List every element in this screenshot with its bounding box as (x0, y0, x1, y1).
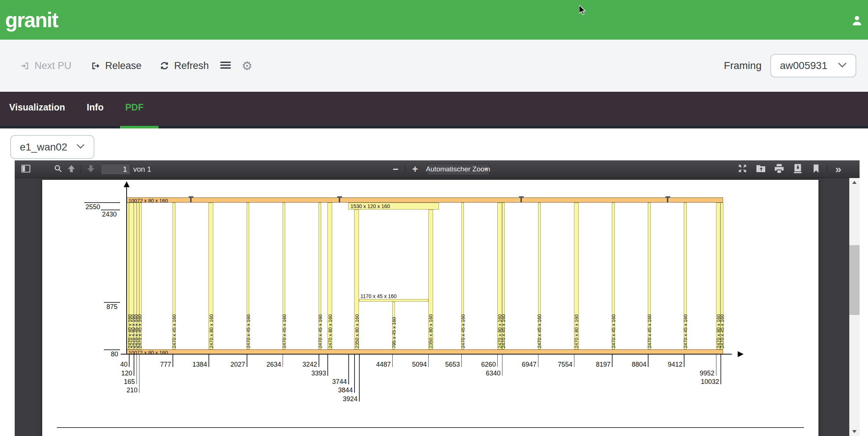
tab-info[interactable]: Info (87, 102, 103, 113)
stud-label: 2470 x 80 x 160 (574, 314, 579, 348)
sheet-select[interactable]: e1_wan02 (10, 135, 94, 159)
scrollbar-thumb[interactable] (849, 245, 860, 315)
triangle-up-icon (852, 181, 857, 184)
dim-tick (139, 355, 140, 393)
left-dim-label: 2430 (80, 211, 117, 218)
page-footer-rule (57, 427, 804, 428)
chevron-down-icon (838, 62, 847, 69)
download-button[interactable] (791, 162, 804, 177)
gear-icon: ⚙ (241, 60, 253, 72)
zoom-out-button[interactable]: − (389, 162, 402, 177)
print-button[interactable] (773, 162, 786, 177)
bottom-plate-label: 10072 x 80 x 160 (128, 350, 168, 356)
dim-tick (684, 355, 684, 367)
hamburger-icon (220, 61, 231, 71)
refresh-icon (159, 61, 170, 71)
dim-tick (497, 355, 498, 367)
stud-label: 2470 x 45 x 160 (318, 314, 323, 348)
bookmark-icon (813, 164, 819, 175)
dim-label: 6947 (504, 361, 537, 368)
dim-label: 3924 (325, 395, 357, 403)
double-chevron-icon: » (835, 164, 842, 175)
stud-label: 2470 x 80 x 160 (328, 314, 333, 348)
next-pu-button[interactable]: Next PU (20, 60, 72, 72)
left-dim-label: 875 (81, 303, 117, 311)
dim-tick (208, 355, 209, 367)
release-button[interactable]: Release (91, 60, 142, 72)
dim-label: 9952 (682, 370, 715, 377)
sidebar-toggle-button[interactable] (19, 162, 32, 177)
refresh-label: Refresh (174, 60, 209, 72)
stud-label: 2470 x 45 x 160 (501, 314, 506, 348)
viewer-scrollbar (849, 178, 860, 436)
user-icon[interactable] (851, 15, 863, 28)
dim-label: 165 (103, 378, 135, 386)
search-icon (54, 164, 62, 174)
previous-page-button[interactable] (65, 162, 78, 177)
presentation-mode-button[interactable] (736, 162, 749, 177)
dim-tick (502, 355, 503, 376)
stud-label: 2470 x 45 x 160 (537, 314, 542, 348)
dim-label: 3744 (315, 378, 347, 386)
sill-label: 1170 x 45 x 160 (360, 293, 397, 299)
dim-label: 777 (139, 361, 171, 368)
page-number-input[interactable] (101, 164, 130, 175)
x-axis-arrowhead (738, 351, 744, 357)
dim-tick (129, 355, 130, 367)
download-icon (793, 164, 802, 175)
zoom-in-button[interactable]: + (408, 162, 422, 177)
dim-label: 8804 (614, 361, 646, 368)
active-tab-underline (120, 126, 159, 128)
header-beam-label: 1530 x 120 x 160 (351, 203, 390, 209)
page-count-label: von 1 (133, 165, 151, 174)
caret-down-icon (484, 168, 489, 171)
zoom-level-select[interactable]: Automatischer Zoom (427, 164, 489, 175)
stud-label: 2470 x 45 x 160 (172, 314, 177, 348)
dim-label: 4487 (359, 361, 391, 368)
dim-tick (612, 355, 613, 367)
menu-button[interactable] (220, 61, 231, 71)
open-file-button[interactable] (754, 162, 767, 177)
dim-tick (172, 355, 173, 367)
anchor-icon (520, 196, 522, 203)
tab-visualization[interactable]: Visualization (9, 102, 65, 113)
granit-logo: granit (5, 8, 58, 32)
scrollbar-up-button[interactable] (849, 179, 860, 186)
toolbar-divider (81, 165, 81, 174)
next-pu-label: Next PU (34, 60, 72, 72)
dim-label: 10032 (687, 378, 719, 386)
stud-label: 795 x 45 x 160 (392, 317, 396, 348)
framing-select[interactable]: aw005931 (770, 54, 856, 77)
next-page-button[interactable] (84, 162, 97, 177)
pdf-page: 10072 x 80 x 16010072 x 80 x 1602470 x 4… (42, 180, 818, 436)
stud-label: 2470 x 45 x 160 (683, 314, 688, 348)
bookmark-button[interactable] (809, 162, 822, 177)
tab-pdf[interactable]: PDF (125, 102, 144, 113)
top-plate (127, 197, 723, 203)
left-dim-label: 2550 (63, 203, 100, 211)
stud-label: 2350 x 80 x 160 (428, 314, 433, 348)
minus-icon: − (393, 164, 399, 175)
dim-label: 3242 (285, 361, 317, 368)
printer-icon (774, 164, 784, 175)
pdf-toolbar: von 1 − + Automatischer Zoom (15, 160, 860, 178)
settings-button[interactable]: ⚙ (241, 60, 253, 72)
scrollbar-down-button[interactable] (849, 428, 860, 435)
pdf-viewer: von 1 − + Automatischer Zoom (15, 160, 860, 436)
more-tools-button[interactable]: » (832, 162, 845, 177)
anchor-icon (190, 196, 192, 203)
stud-label: 2470 x 45 x 160 (461, 314, 465, 348)
dim-label: 1384 (175, 361, 207, 368)
framing-label: Framing (724, 60, 762, 72)
dim-tick (134, 355, 134, 376)
dim-label: 5653 (428, 361, 460, 368)
refresh-button[interactable]: Refresh (159, 60, 209, 72)
left-dim-line (101, 210, 120, 210)
dim-label: 8197 (578, 361, 610, 368)
dim-tick (538, 355, 539, 367)
release-label: Release (105, 60, 142, 72)
chevron-down-icon (76, 144, 85, 150)
dim-tick (354, 355, 355, 393)
zoom-level-value: Automatischer Zoom (426, 165, 490, 173)
search-button[interactable] (51, 162, 65, 177)
